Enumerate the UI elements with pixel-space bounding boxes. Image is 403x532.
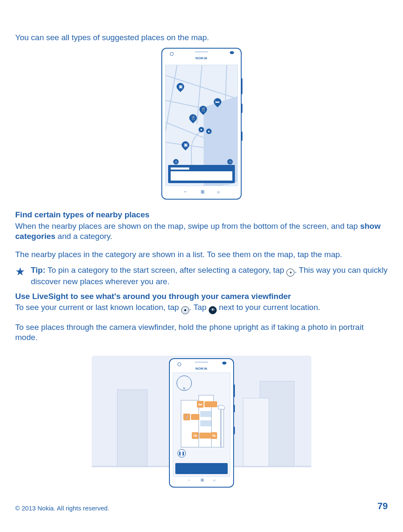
body-text: The nearby places in the category are sh… [15, 250, 388, 260]
body-text: next to your current location. [217, 303, 320, 312]
body-text: When the nearby places are shown on the … [15, 222, 360, 230]
place-tag-hotel-icon: 🛏 [197, 401, 204, 408]
map-pin-camera-icon: ▣ [175, 82, 185, 92]
intro-text: You can see all types of suggested place… [15, 33, 388, 43]
tip-label: Tip: [31, 266, 45, 274]
section-heading: Find certain types of nearby places [15, 210, 150, 219]
current-location-icon [181, 306, 189, 314]
back-nav-icon: ← [188, 478, 191, 485]
speaker-icon [195, 51, 208, 52]
speaker-icon [195, 362, 208, 363]
back-nav-icon: ← [183, 189, 188, 196]
bottom-sheet [168, 165, 235, 183]
body-text: To see places through the camera viewfin… [15, 322, 388, 343]
tip-star-icon: ★ [15, 266, 25, 277]
home-nav-icon: ⊞ [201, 478, 204, 485]
place-tag-shop-icon: 🛍 [210, 432, 217, 439]
pause-button-icon: ❚❚ [177, 449, 186, 458]
livesight-illustration: NOKIA 🛏 🍴 � [15, 356, 388, 499]
livesight-eye-icon: 👁 [209, 306, 217, 314]
body-text: To see your current or last known locati… [15, 303, 181, 312]
body-text: . Tap [189, 303, 209, 312]
sensor-icon [230, 51, 234, 54]
home-nav-icon: ⊞ [201, 189, 204, 196]
search-nav-icon: ⌕ [217, 189, 220, 196]
copyright-text: © 2013 Nokia. All rights reserved. [15, 505, 109, 512]
section-heading: Use LiveSight to see what's around you t… [15, 292, 291, 301]
map-screenshot-illustration: NOKIA ▣ 🍴 🍴 🛏 ▣ ● [15, 48, 388, 200]
place-tag-shop-icon: 🛍 [192, 432, 199, 439]
place-tag-food-icon: 🍴 [183, 414, 190, 420]
camera-hole-icon [170, 52, 174, 56]
camera-hole-icon [177, 362, 181, 366]
compass-icon [177, 376, 192, 391]
sensor-icon [222, 362, 226, 365]
map-pin-shop-icon: ◇ [173, 159, 179, 165]
tip-text: To pin a category to the start screen, a… [45, 266, 286, 274]
pin-to-start-icon: ✶ [286, 269, 294, 277]
body-text: and a category. [55, 232, 112, 241]
search-nav-icon: ⌕ [213, 478, 215, 485]
page-number: 79 [378, 501, 388, 512]
map-pin-camera-icon: ▣ [180, 140, 191, 151]
